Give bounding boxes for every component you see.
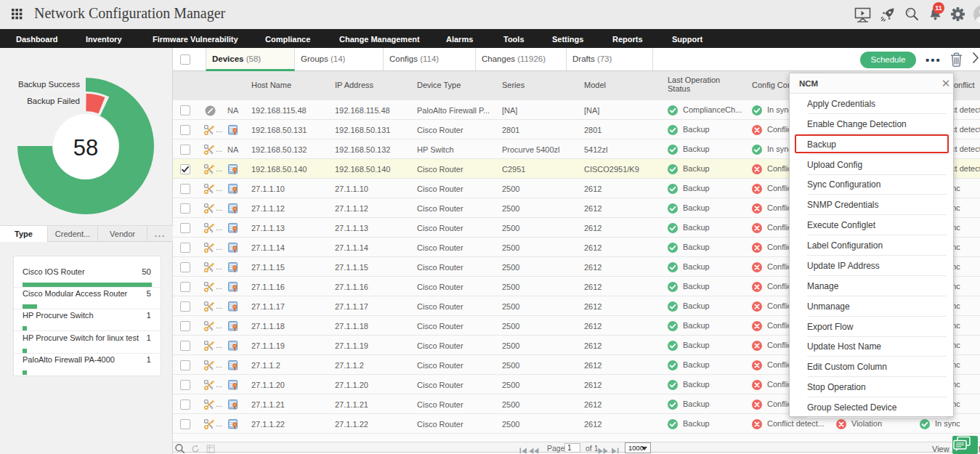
svg-text:58: 58 xyxy=(73,135,98,161)
